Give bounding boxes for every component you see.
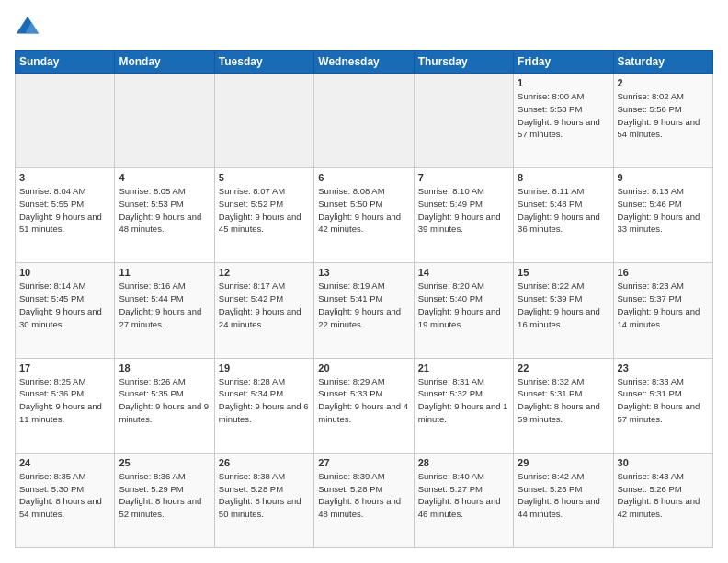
day-info: Sunrise: 8:10 AM Sunset: 5:49 PM Dayligh… <box>418 185 509 236</box>
weekday-header: Thursday <box>414 51 513 74</box>
calendar-cell: 13Sunrise: 8:19 AM Sunset: 5:41 PM Dayli… <box>314 263 414 358</box>
header <box>15 15 713 40</box>
day-number: 17 <box>19 362 110 373</box>
day-info: Sunrise: 8:05 AM Sunset: 5:53 PM Dayligh… <box>119 185 210 236</box>
day-number: 14 <box>418 267 509 278</box>
day-info: Sunrise: 8:35 AM Sunset: 5:30 PM Dayligh… <box>19 470 110 521</box>
page: SundayMondayTuesdayWednesdayThursdayFrid… <box>0 0 728 563</box>
logo-icon <box>15 15 40 40</box>
calendar-week-row: 10Sunrise: 8:14 AM Sunset: 5:45 PM Dayli… <box>16 263 713 358</box>
calendar-cell: 7Sunrise: 8:10 AM Sunset: 5:49 PM Daylig… <box>414 168 513 263</box>
calendar-cell: 2Sunrise: 8:02 AM Sunset: 5:56 PM Daylig… <box>613 74 712 168</box>
calendar-cell: 9Sunrise: 8:13 AM Sunset: 5:46 PM Daylig… <box>613 168 712 263</box>
day-info: Sunrise: 8:17 AM Sunset: 5:42 PM Dayligh… <box>219 280 310 330</box>
calendar-cell: 3Sunrise: 8:04 AM Sunset: 5:55 PM Daylig… <box>16 168 115 263</box>
calendar-cell: 15Sunrise: 8:22 AM Sunset: 5:39 PM Dayli… <box>514 263 613 358</box>
day-number: 25 <box>119 457 210 468</box>
weekday-header: Tuesday <box>214 51 313 74</box>
day-info: Sunrise: 8:36 AM Sunset: 5:29 PM Dayligh… <box>119 470 210 521</box>
day-number: 23 <box>618 362 709 373</box>
day-info: Sunrise: 8:25 AM Sunset: 5:36 PM Dayligh… <box>19 375 110 426</box>
day-number: 12 <box>219 267 310 278</box>
day-info: Sunrise: 8:08 AM Sunset: 5:50 PM Dayligh… <box>318 185 409 236</box>
day-info: Sunrise: 8:19 AM Sunset: 5:41 PM Dayligh… <box>318 280 409 330</box>
calendar-cell <box>314 74 414 168</box>
weekday-header: Friday <box>514 51 613 74</box>
day-number: 7 <box>418 172 509 183</box>
day-number: 28 <box>418 457 509 468</box>
day-number: 20 <box>318 362 409 373</box>
day-info: Sunrise: 8:42 AM Sunset: 5:26 PM Dayligh… <box>518 470 609 521</box>
day-number: 15 <box>518 267 609 278</box>
day-info: Sunrise: 8:07 AM Sunset: 5:52 PM Dayligh… <box>219 185 310 236</box>
calendar-cell: 4Sunrise: 8:05 AM Sunset: 5:53 PM Daylig… <box>115 168 214 263</box>
day-number: 19 <box>219 362 310 373</box>
weekday-header: Wednesday <box>314 51 414 74</box>
calendar-cell <box>214 74 313 168</box>
day-number: 1 <box>518 77 609 88</box>
day-info: Sunrise: 8:43 AM Sunset: 5:26 PM Dayligh… <box>618 470 709 521</box>
calendar-cell: 29Sunrise: 8:42 AM Sunset: 5:26 PM Dayli… <box>514 453 613 547</box>
calendar-cell: 18Sunrise: 8:26 AM Sunset: 5:35 PM Dayli… <box>115 358 214 453</box>
day-number: 2 <box>618 77 709 88</box>
day-info: Sunrise: 8:16 AM Sunset: 5:44 PM Dayligh… <box>119 280 210 330</box>
calendar-week-row: 3Sunrise: 8:04 AM Sunset: 5:55 PM Daylig… <box>16 168 713 263</box>
day-number: 10 <box>19 267 110 278</box>
calendar-cell: 30Sunrise: 8:43 AM Sunset: 5:26 PM Dayli… <box>613 453 712 547</box>
calendar-table: SundayMondayTuesdayWednesdayThursdayFrid… <box>15 50 713 548</box>
calendar-cell: 19Sunrise: 8:28 AM Sunset: 5:34 PM Dayli… <box>214 358 313 453</box>
calendar-cell <box>115 74 214 168</box>
weekday-header: Saturday <box>613 51 712 74</box>
calendar-cell: 8Sunrise: 8:11 AM Sunset: 5:48 PM Daylig… <box>514 168 613 263</box>
calendar-cell: 14Sunrise: 8:20 AM Sunset: 5:40 PM Dayli… <box>414 263 513 358</box>
day-number: 9 <box>618 172 709 183</box>
day-number: 13 <box>318 267 409 278</box>
day-info: Sunrise: 8:00 AM Sunset: 5:58 PM Dayligh… <box>518 90 609 141</box>
calendar-cell: 16Sunrise: 8:23 AM Sunset: 5:37 PM Dayli… <box>613 263 712 358</box>
day-number: 21 <box>418 362 509 373</box>
calendar-cell: 11Sunrise: 8:16 AM Sunset: 5:44 PM Dayli… <box>115 263 214 358</box>
day-number: 3 <box>19 172 110 183</box>
weekday-header: Sunday <box>16 51 115 74</box>
day-number: 4 <box>119 172 210 183</box>
day-info: Sunrise: 8:33 AM Sunset: 5:31 PM Dayligh… <box>618 375 709 426</box>
calendar-cell: 26Sunrise: 8:38 AM Sunset: 5:28 PM Dayli… <box>214 453 313 547</box>
logo <box>15 15 44 40</box>
calendar-week-row: 1Sunrise: 8:00 AM Sunset: 5:58 PM Daylig… <box>16 74 713 168</box>
day-info: Sunrise: 8:23 AM Sunset: 5:37 PM Dayligh… <box>618 280 709 330</box>
calendar-cell: 21Sunrise: 8:31 AM Sunset: 5:32 PM Dayli… <box>414 358 513 453</box>
calendar-cell: 23Sunrise: 8:33 AM Sunset: 5:31 PM Dayli… <box>613 358 712 453</box>
day-info: Sunrise: 8:14 AM Sunset: 5:45 PM Dayligh… <box>19 280 110 330</box>
day-info: Sunrise: 8:39 AM Sunset: 5:28 PM Dayligh… <box>318 470 409 521</box>
day-info: Sunrise: 8:20 AM Sunset: 5:40 PM Dayligh… <box>418 280 509 330</box>
day-number: 30 <box>618 457 709 468</box>
calendar-week-row: 17Sunrise: 8:25 AM Sunset: 5:36 PM Dayli… <box>16 358 713 453</box>
calendar-cell: 10Sunrise: 8:14 AM Sunset: 5:45 PM Dayli… <box>16 263 115 358</box>
day-info: Sunrise: 8:13 AM Sunset: 5:46 PM Dayligh… <box>618 185 709 236</box>
calendar-cell: 27Sunrise: 8:39 AM Sunset: 5:28 PM Dayli… <box>314 453 414 547</box>
calendar-cell: 17Sunrise: 8:25 AM Sunset: 5:36 PM Dayli… <box>16 358 115 453</box>
day-number: 24 <box>19 457 110 468</box>
day-number: 29 <box>518 457 609 468</box>
day-info: Sunrise: 8:38 AM Sunset: 5:28 PM Dayligh… <box>219 470 310 521</box>
day-info: Sunrise: 8:40 AM Sunset: 5:27 PM Dayligh… <box>418 470 509 521</box>
calendar-cell <box>414 74 513 168</box>
calendar-cell: 24Sunrise: 8:35 AM Sunset: 5:30 PM Dayli… <box>16 453 115 547</box>
calendar-cell: 1Sunrise: 8:00 AM Sunset: 5:58 PM Daylig… <box>514 74 613 168</box>
day-info: Sunrise: 8:11 AM Sunset: 5:48 PM Dayligh… <box>518 185 609 236</box>
day-number: 5 <box>219 172 310 183</box>
day-number: 18 <box>119 362 210 373</box>
day-number: 6 <box>318 172 409 183</box>
day-info: Sunrise: 8:02 AM Sunset: 5:56 PM Dayligh… <box>618 90 709 141</box>
calendar-cell: 20Sunrise: 8:29 AM Sunset: 5:33 PM Dayli… <box>314 358 414 453</box>
day-number: 26 <box>219 457 310 468</box>
calendar-cell: 12Sunrise: 8:17 AM Sunset: 5:42 PM Dayli… <box>214 263 313 358</box>
weekday-header: Monday <box>115 51 214 74</box>
calendar-cell: 28Sunrise: 8:40 AM Sunset: 5:27 PM Dayli… <box>414 453 513 547</box>
day-number: 8 <box>518 172 609 183</box>
day-info: Sunrise: 8:28 AM Sunset: 5:34 PM Dayligh… <box>219 375 310 426</box>
day-info: Sunrise: 8:22 AM Sunset: 5:39 PM Dayligh… <box>518 280 609 330</box>
calendar-cell: 22Sunrise: 8:32 AM Sunset: 5:31 PM Dayli… <box>514 358 613 453</box>
day-number: 22 <box>518 362 609 373</box>
day-info: Sunrise: 8:26 AM Sunset: 5:35 PM Dayligh… <box>119 375 210 426</box>
